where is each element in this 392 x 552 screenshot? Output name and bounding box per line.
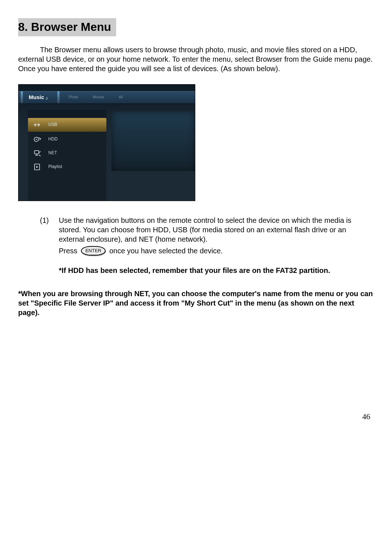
- tab-divider-icon: [21, 91, 23, 103]
- device-item-playlist[interactable]: Playlist: [28, 160, 106, 174]
- device-label: NET: [48, 150, 57, 156]
- step-1-text: Use the navigation buttons on the remote…: [59, 216, 374, 244]
- tab-photo[interactable]: Photo: [62, 95, 86, 99]
- device-list-panel: USB HDD NET Playlist: [28, 110, 106, 201]
- network-icon: [33, 149, 42, 158]
- device-label: Playlist: [48, 164, 62, 170]
- media-tab-bar: Music Photo Movies All: [19, 91, 195, 103]
- device-item-hdd[interactable]: HDD: [28, 132, 106, 146]
- hdd-icon: [33, 135, 42, 144]
- music-note-icon: [46, 94, 52, 100]
- step-number: (1): [40, 216, 52, 275]
- enter-button-graphic: ENTER: [81, 246, 106, 256]
- tab-all[interactable]: All: [111, 95, 130, 99]
- device-label: HDD: [48, 136, 58, 142]
- device-item-usb[interactable]: USB: [28, 118, 106, 132]
- net-browsing-note: *When you are browsing through NET, you …: [18, 289, 374, 317]
- browser-menu-screenshot: Music Photo Movies All USB HDD NET: [18, 84, 195, 201]
- device-label: USB: [48, 122, 57, 128]
- playlist-icon: [33, 163, 42, 171]
- intro-paragraph: The Browser menu allows users to browse …: [18, 45, 374, 73]
- device-item-net[interactable]: NET: [28, 146, 106, 160]
- press-label-after: once you have selected the device.: [109, 246, 222, 255]
- svg-rect-2: [34, 151, 39, 154]
- tab-music[interactable]: Music: [25, 94, 55, 101]
- press-label-before: Press: [59, 246, 77, 255]
- section-heading: 8. Browser Menu: [18, 18, 116, 36]
- hdd-fat32-note: *If HDD has been selected, remember that…: [59, 266, 374, 275]
- tab-movies[interactable]: Movies: [86, 95, 112, 99]
- tab-music-label: Music: [29, 94, 44, 101]
- svg-point-1: [36, 139, 37, 140]
- preview-pane: [111, 111, 195, 171]
- usb-icon: [33, 120, 42, 129]
- tab-divider-icon: [57, 91, 60, 103]
